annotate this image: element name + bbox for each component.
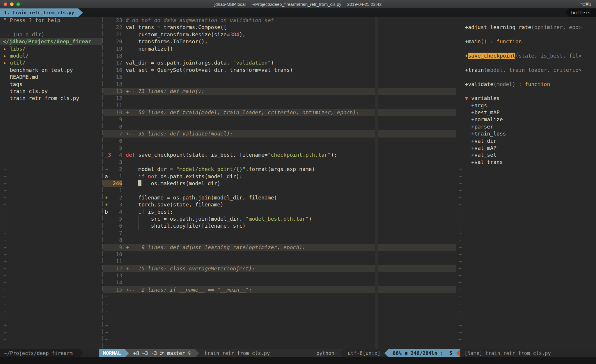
code-line[interactable]: 23# do not do data augmentation on valid… [103, 17, 456, 24]
code-line[interactable]: 8 [103, 123, 456, 130]
code-line[interactable]: 13 [103, 272, 456, 279]
tree-item[interactable]: .. (up a dir) [0, 31, 102, 38]
code-line[interactable]: +3 torch.save(state, filename) [103, 201, 456, 208]
code-line[interactable]: 8 [103, 237, 456, 244]
tag-item[interactable]: +normalize [459, 116, 596, 123]
folded-code-line[interactable]: 7+-- 35 lines: def validate(model): [103, 130, 456, 137]
line-number: 12 [111, 265, 122, 272]
code-line[interactable]: ~5 src = os.path.join(model_dir, "model_… [103, 215, 456, 222]
statusline: ~/Projects/deep_firearm NORMAL +8 ~3 -3 … [0, 349, 596, 357]
code-line[interactable]: 11 [103, 258, 456, 265]
gutter-sign [103, 38, 111, 45]
folder-collapsed-icon: ▸ [3, 53, 10, 59]
code-segment: torch.save(state, filename) [126, 201, 224, 208]
tag-section-label: variables [468, 95, 500, 101]
code-line[interactable]: 21 custom_transform.Resize(size=384), [103, 31, 456, 38]
tag-item[interactable]: +val_dir [459, 138, 596, 144]
code-line[interactable]: 246 os.makedirs(model_dir) [103, 180, 456, 187]
tagbar-tilde: ~ [459, 194, 596, 201]
tree-item[interactable]: " Press ? for help [0, 17, 102, 24]
folded-code-line[interactable]: 9+-- 9 lines: def adjust_learning_rate(o… [103, 244, 456, 251]
line-text [122, 144, 456, 151]
tagbar-blank-line [459, 45, 596, 52]
code-line[interactable]: 18 [103, 52, 456, 59]
tagbar-tilde: ~ [459, 279, 596, 286]
code-line[interactable]: ~2 model_dir = "model/check_point/{}".fo… [103, 166, 456, 173]
tag-item[interactable]: ▼ variables [459, 95, 596, 102]
folded-code-line[interactable]: 12+-- 15 lines: class AverageMeter(objec… [103, 265, 456, 272]
folder-collapsed-icon: ▸ [3, 60, 10, 66]
code-line[interactable]: 11 [103, 102, 456, 109]
code-line[interactable]: 14 [103, 279, 456, 286]
tree-item[interactable]: README.md [0, 74, 102, 81]
code-line[interactable]: 20 transforms.ToTensor(), [103, 38, 456, 45]
tilde-marker: ~ [3, 230, 7, 236]
line-number: 4 [111, 151, 122, 158]
tag-item[interactable]: +save_checkpoint(state, is_best, fil> [459, 52, 596, 59]
tag-item[interactable]: +val_trans [459, 159, 596, 166]
line-text: torch.save(state, filename) [122, 201, 456, 208]
code-line[interactable]: 19 normalize]) [103, 45, 456, 52]
tree-item[interactable]: train_retr_from_cls.py [0, 95, 102, 102]
gutter-sign [103, 286, 111, 293]
code-line[interactable]: 16val_set = QuerySet(root=val_dir, trans… [103, 67, 456, 74]
line-number: 10 [111, 251, 122, 258]
tag-item[interactable]: +args [459, 102, 596, 109]
tag-item[interactable]: +train(model, train_loader, criterio> [459, 67, 596, 74]
code-line[interactable]: +2 filename = os.path.join(model_dir, fi… [103, 194, 456, 201]
code-line[interactable]: 7 [103, 230, 456, 237]
tree-item[interactable]: train_cls.py [0, 88, 102, 95]
line-text [122, 187, 456, 194]
command-line[interactable] [0, 357, 596, 364]
tilde-marker: ~ [3, 294, 7, 300]
tree-item[interactable]: ▸ libs/ [0, 45, 102, 52]
folded-code-line[interactable]: 13+-- 73 lines: def main(): [103, 88, 456, 95]
code-segment: +-- 9 lines: def adjust_learning_rate(op… [126, 244, 306, 250]
code-line[interactable]: a1 if not os.path.exists(model_dir): [103, 173, 456, 180]
tree-item[interactable]: tags [0, 81, 102, 88]
code-line[interactable]: 5 [103, 144, 456, 151]
tree-item[interactable]: ▸ util/ [0, 59, 102, 66]
close-button[interactable] [3, 2, 7, 6]
code-line[interactable]: 1 [103, 187, 456, 194]
tree-item[interactable]: </jdhao/Projects/deep_firear [0, 38, 102, 45]
code-line[interactable]: 9 [103, 116, 456, 123]
code-segment: 384 [230, 31, 240, 38]
code-line[interactable]: 14 [103, 81, 456, 88]
code-line[interactable]: 3 [103, 159, 456, 166]
tilde-marker: ~ [459, 301, 462, 307]
tag-item[interactable]: +best_mAP [459, 109, 596, 116]
folded-code-line[interactable]: 15+-- 2 lines: if __name__ == "__main__"… [103, 286, 456, 293]
tag-item[interactable]: +main() : function [459, 38, 596, 45]
line-text: val_dir = os.path.join(args.data, "valid… [122, 59, 456, 66]
code-line[interactable]: 10 [103, 251, 456, 258]
tag-item[interactable]: +val_set [459, 151, 596, 158]
tree-blank-line [0, 116, 102, 123]
code-line[interactable]: 6 shutil.copyfile(filename, src) [103, 222, 456, 229]
tilde-marker: ~ [459, 294, 462, 300]
gutter-sign: _3 [103, 151, 111, 158]
tag-item[interactable]: +adjust_learning_rate(optimizer, epo> [459, 24, 596, 31]
tab-train-retr-from-cls[interactable]: 1. train_retr_from_cls.py [0, 8, 83, 17]
tag-item[interactable]: +val_mAP [459, 144, 596, 151]
folded-code-line[interactable]: 10+-- 50 lines: def train(model, train_l… [103, 109, 456, 116]
tag-item[interactable]: +parser [459, 123, 596, 130]
minimize-button[interactable] [10, 2, 14, 6]
code-line[interactable]: 17val_dir = os.path.join(args.data, "val… [103, 59, 456, 66]
code-line[interactable]: _34def save_checkpoint(state, is_best, f… [103, 151, 456, 158]
code-line[interactable]: 15 [103, 74, 456, 81]
editor-tilde: ~ [103, 308, 456, 315]
code-line[interactable]: 22val_trans = transforms.Compose([ [103, 24, 456, 31]
line-number: 18 [111, 52, 122, 59]
line-number: 9 [111, 116, 122, 123]
code-line[interactable]: 12 [103, 95, 456, 102]
tag-item[interactable]: +validate(model) : function [459, 81, 596, 88]
tag-signature: (model) [493, 81, 515, 87]
tree-item[interactable]: benchmark_on_test.py [0, 67, 102, 74]
tag-item[interactable]: +train_loss [459, 130, 596, 137]
code-line[interactable]: b4 if is_best: [103, 208, 456, 215]
zoom-button[interactable] [16, 2, 20, 6]
nerdtree-panel: " Press ? for help.. (up a dir)</jdhao/P… [0, 17, 102, 349]
tree-item[interactable]: ▸ model/ [0, 52, 102, 59]
code-line[interactable]: 6 [103, 138, 456, 144]
